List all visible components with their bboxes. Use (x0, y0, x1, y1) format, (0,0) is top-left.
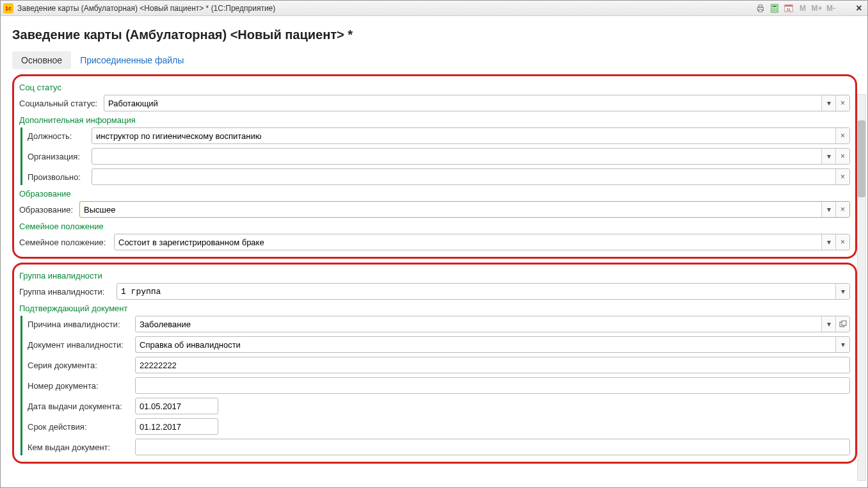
highlight-social: Соц статус Социальный статус: ▾ × Дополн… (12, 74, 857, 259)
form-scroll-area[interactable]: Соц статус Социальный статус: ▾ × Дополн… (1, 74, 867, 487)
clear-icon[interactable]: × (835, 202, 849, 217)
svg-rect-1 (759, 4, 762, 7)
dropdown-icon[interactable]: ▾ (821, 149, 835, 164)
disability-reason-input[interactable] (136, 316, 821, 332)
position-field[interactable]: × (92, 127, 850, 144)
social-status-field[interactable]: ▾ × (104, 95, 850, 111)
label-freeform: Произвольно: (28, 172, 92, 182)
issue-date-input[interactable] (136, 398, 218, 414)
clear-icon[interactable]: × (835, 169, 849, 184)
close-button[interactable]: × (853, 3, 865, 14)
svg-point-7 (776, 8, 777, 10)
label-position: Должность: (28, 131, 92, 141)
label-disability-document: Документ инвалидности: (28, 340, 135, 350)
label-marital: Семейное положение: (19, 238, 114, 247)
svg-rect-2 (759, 9, 762, 12)
section-confirm-doc: Подтверждающий документ (19, 304, 850, 313)
window-title: Заведение карты (Амбулаторная) <Новый па… (17, 4, 755, 13)
section-education: Образование (19, 189, 850, 199)
document-series-field[interactable] (135, 357, 850, 373)
label-disability-group: Группа инвалидности: (19, 287, 117, 297)
issue-date-field[interactable] (135, 398, 218, 414)
issued-by-input[interactable] (136, 439, 849, 455)
dropdown-icon[interactable]: ▾ (835, 284, 849, 299)
label-document-series: Серия документа: (28, 361, 135, 370)
marital-input[interactable] (115, 234, 821, 250)
app-logo-icon: 1c (3, 3, 13, 13)
calculator-icon[interactable] (769, 3, 780, 14)
clear-icon[interactable]: × (835, 128, 849, 143)
label-education: Образование: (19, 205, 79, 215)
freeform-input[interactable] (92, 169, 835, 184)
clear-icon[interactable]: × (835, 149, 849, 164)
freeform-field[interactable]: × (92, 168, 850, 185)
calendar-icon[interactable]: 31 (783, 3, 794, 14)
section-soc-status: Соц статус (19, 83, 850, 92)
education-input[interactable] (80, 202, 821, 217)
memory-m-button[interactable]: M (797, 3, 808, 14)
print-icon[interactable] (755, 3, 766, 14)
disability-document-input[interactable] (136, 337, 835, 352)
valid-until-field[interactable] (135, 418, 218, 435)
svg-point-8 (773, 10, 774, 11)
issued-by-field[interactable] (135, 439, 850, 455)
organization-input[interactable] (92, 149, 821, 164)
label-organization: Организация: (28, 152, 92, 161)
svg-rect-15 (842, 321, 846, 325)
valid-until-input[interactable] (136, 419, 218, 434)
tab-main[interactable]: Основное (12, 51, 71, 69)
disability-reason-field[interactable]: ▾ (135, 316, 850, 332)
section-extra-info: Дополнительная информация (19, 115, 850, 125)
label-issue-date: Дата выдачи документа: (28, 402, 135, 411)
label-disability-reason: Причина инвалидности: (28, 320, 135, 329)
restore-button[interactable] (839, 3, 851, 14)
label-document-number: Номер документа: (28, 381, 135, 391)
education-field[interactable]: ▾ × (79, 201, 850, 218)
svg-text:31: 31 (787, 6, 791, 11)
vertical-scrollbar[interactable] (857, 94, 866, 481)
tab-attached-files[interactable]: Присоединенные файлы (71, 51, 193, 69)
disability-group-input[interactable] (117, 284, 835, 299)
position-input[interactable] (92, 128, 835, 143)
document-number-field[interactable] (135, 377, 850, 394)
memory-mminus-button[interactable]: M- (825, 3, 837, 14)
titlebar-actions: 31 M M+ M- × (755, 3, 865, 14)
document-number-input[interactable] (136, 378, 849, 393)
highlight-disability: Группа инвалидности Группа инвалидности:… (12, 263, 857, 464)
section-disability-group: Группа инвалидности (19, 271, 850, 281)
disability-document-field[interactable]: ▾ (135, 336, 850, 353)
client-area: Заведение карты (Амбулаторная) <Новый па… (1, 16, 867, 487)
clear-icon[interactable]: × (835, 95, 849, 111)
tabs: Основное Присоединенные файлы (1, 51, 867, 74)
dropdown-icon[interactable]: ▾ (821, 202, 835, 217)
disability-group-field[interactable]: ▾ (117, 283, 850, 300)
dropdown-icon[interactable]: ▾ (835, 337, 849, 352)
dropdown-icon[interactable]: ▾ (821, 234, 835, 250)
memory-mplus-button[interactable]: M+ (811, 3, 823, 14)
organization-field[interactable]: ▾ × (92, 148, 850, 165)
svg-point-5 (773, 8, 774, 10)
clear-icon[interactable]: × (835, 234, 849, 250)
svg-point-10 (776, 10, 777, 11)
titlebar: 1c Заведение карты (Амбулаторная) <Новый… (1, 1, 867, 16)
marital-field[interactable]: ▾ × (114, 234, 850, 250)
scrollbar-thumb[interactable] (858, 120, 865, 197)
document-series-input[interactable] (136, 357, 849, 373)
section-marital: Семейное положение (19, 222, 850, 231)
label-social-status: Социальный статус: (19, 99, 104, 108)
svg-point-6 (774, 8, 775, 10)
dropdown-icon[interactable]: ▾ (821, 95, 835, 111)
dropdown-icon[interactable]: ▾ (821, 316, 835, 332)
app-window: 1c Заведение карты (Амбулаторная) <Новый… (0, 0, 868, 488)
svg-rect-4 (773, 5, 777, 7)
page-title: Заведение карты (Амбулаторная) <Новый па… (1, 22, 867, 51)
open-icon[interactable] (835, 316, 849, 332)
label-valid-until: Срок действия: (28, 422, 135, 432)
svg-point-9 (774, 10, 775, 11)
social-status-input[interactable] (104, 95, 821, 111)
label-issued-by: Кем выдан документ: (28, 443, 135, 452)
